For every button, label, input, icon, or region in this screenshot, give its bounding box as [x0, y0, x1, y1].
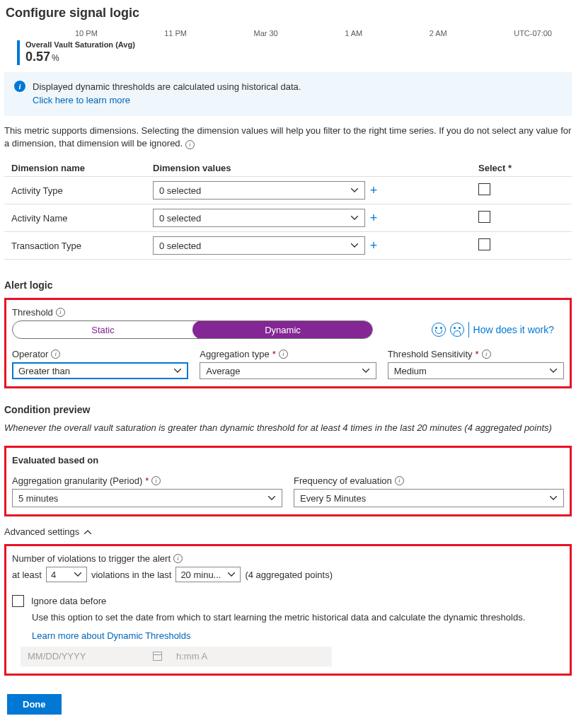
learn-dynamic-thresholds-link[interactable]: Learn more about Dynamic Thresholds	[32, 630, 191, 641]
operator-dropdown[interactable]: Greater than	[12, 362, 188, 379]
time-tick: 10 PM	[75, 29, 98, 37]
info-icon[interactable]: i	[395, 476, 404, 485]
chevron-down-icon	[549, 494, 558, 502]
chevron-down-icon	[227, 570, 236, 579]
info-icon[interactable]: i	[51, 349, 60, 359]
period-label: Aggregation granularity (Period) * i	[12, 475, 282, 486]
dimension-values-dropdown[interactable]: 0 selected	[153, 236, 365, 255]
dimension-values-dropdown[interactable]: 0 selected	[153, 181, 365, 200]
chevron-down-icon	[267, 494, 276, 502]
sensitivity-dropdown[interactable]: Medium	[388, 362, 564, 379]
smile-icon[interactable]	[432, 323, 446, 337]
chevron-down-icon	[173, 366, 182, 375]
how-does-it-work-link[interactable]: How does it work?	[473, 324, 554, 335]
condition-preview-heading: Condition preview	[4, 404, 572, 415]
time-tick: 1 AM	[345, 29, 362, 37]
threshold-dynamic-option[interactable]: Dynamic	[192, 320, 373, 339]
chevron-down-icon	[350, 241, 359, 250]
info-text: Displayed dynamic thresholds are calcula…	[33, 81, 301, 92]
info-icon[interactable]: i	[151, 476, 161, 485]
threshold-label: Threshold i	[12, 307, 564, 318]
ignore-description: Use this option to set the date from whi…	[32, 611, 564, 624]
info-banner: i Displayed dynamic thresholds are calcu…	[4, 72, 572, 116]
info-icon[interactable]: i	[482, 349, 491, 359]
info-icon[interactable]: i	[185, 140, 195, 149]
chevron-down-icon	[350, 214, 359, 222]
info-icon: i	[14, 81, 25, 92]
dimension-row: Activity Type0 selected+	[4, 176, 572, 204]
aggregation-type-label: Aggregation type * i	[200, 349, 376, 359]
aggregated-points-text: (4 aggregated points)	[245, 570, 333, 580]
dimension-row: Activity Name0 selected+	[4, 204, 572, 231]
add-dimension-value-button[interactable]: +	[365, 183, 382, 198]
select-dimension-checkbox[interactable]	[478, 238, 490, 250]
select-dimension-checkbox[interactable]	[478, 211, 490, 223]
divider	[468, 322, 469, 337]
metric-summary: Overall Vault Saturation (Avg) 0.57%	[4, 40, 572, 69]
done-button[interactable]: Done	[7, 694, 62, 715]
add-dimension-value-button[interactable]: +	[365, 238, 382, 253]
period-dropdown[interactable]: 5 minutes	[12, 489, 282, 507]
time-tick: 11 PM	[164, 29, 187, 37]
metric-bar	[17, 40, 20, 65]
select-dimension-checkbox[interactable]	[478, 183, 490, 195]
alert-logic-heading: Alert logic	[4, 279, 572, 291]
threshold-toggle[interactable]: Static Dynamic	[12, 320, 373, 339]
page-title: Configure signal logic	[4, 6, 572, 21]
frown-icon[interactable]	[450, 323, 464, 337]
info-icon[interactable]: i	[279, 349, 288, 359]
time-tick: Mar 30	[253, 29, 277, 37]
time-tz: UTC-07:00	[514, 29, 552, 37]
violations-window-dropdown[interactable]: 20 minu...	[175, 567, 241, 582]
chevron-up-icon	[83, 528, 92, 536]
dimension-row: Transaction Type0 selected+	[4, 231, 572, 260]
dimension-values-dropdown[interactable]: 0 selected	[153, 209, 365, 227]
time-axis: 10 PM 11 PM Mar 30 1 AM 2 AM UTC-07:00	[4, 29, 572, 40]
at-least-text: at least	[12, 570, 42, 580]
operator-label: Operator i	[12, 349, 188, 359]
violations-label: Number of violations to trigger the aler…	[12, 553, 564, 564]
condition-preview-text: Whenever the overall vault saturation is…	[4, 422, 572, 433]
dimensions-header: Dimension name Dimension values Select *	[4, 160, 572, 176]
info-learn-more-link[interactable]: Click here to learn more	[33, 94, 301, 108]
info-icon[interactable]: i	[173, 554, 183, 563]
frequency-dropdown[interactable]: Every 5 Minutes	[294, 489, 564, 507]
ignore-date-input: MM/DD/YYYY	[21, 647, 169, 666]
violations-count-dropdown[interactable]: 4	[46, 567, 87, 582]
chevron-down-icon	[362, 366, 370, 375]
aggregation-type-dropdown[interactable]: Average	[200, 362, 376, 379]
dimension-name: Activity Name	[4, 213, 153, 224]
advanced-box: Number of violations to trigger the aler…	[4, 544, 572, 675]
dimension-name: Activity Type	[4, 185, 153, 196]
advanced-settings-toggle[interactable]: Advanced settings	[4, 526, 572, 537]
time-tick: 2 AM	[430, 29, 447, 37]
frequency-label: Frequency of evaluation i	[294, 475, 564, 486]
evaluated-box: Evaluated based on Aggregation granulari…	[4, 446, 572, 516]
dimension-name: Transaction Type	[4, 241, 153, 251]
add-dimension-value-button[interactable]: +	[365, 211, 382, 226]
metric-name: Overall Vault Saturation (Avg)	[25, 40, 135, 49]
ignore-data-before-checkbox[interactable]	[12, 595, 24, 607]
chevron-down-icon	[549, 366, 558, 375]
evaluated-heading: Evaluated based on	[12, 455, 564, 466]
info-icon[interactable]: i	[56, 308, 65, 317]
calendar-icon	[153, 652, 162, 661]
alert-logic-box: Threshold i Static Dynamic How does it w…	[4, 298, 572, 388]
metric-value: 0.57%	[25, 49, 135, 65]
threshold-static-option[interactable]: Static	[13, 321, 193, 338]
chevron-down-icon	[350, 186, 359, 195]
ignore-time-input: h:mm A	[169, 647, 332, 666]
ignore-label: Ignore data before	[31, 596, 106, 606]
chevron-down-icon	[74, 570, 82, 579]
sensitivity-label: Threshold Sensitivity * i	[388, 349, 564, 359]
in-last-text: violations in the last	[91, 570, 171, 580]
dimensions-note: This metric supports dimensions. Selecti…	[4, 125, 572, 150]
